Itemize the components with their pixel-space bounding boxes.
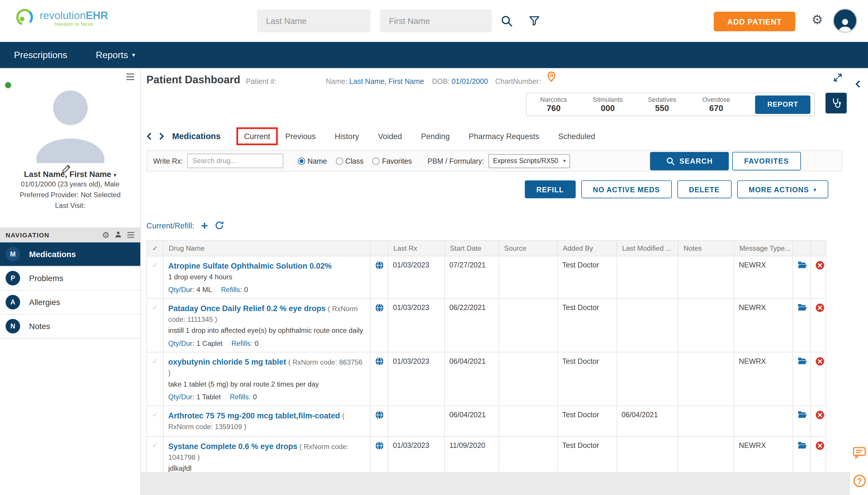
- chat-icon[interactable]: [853, 447, 866, 461]
- header-notes[interactable]: Notes: [678, 241, 734, 256]
- folder-icon[interactable]: [793, 298, 811, 352]
- sidebar-menu-icon[interactable]: [126, 72, 135, 83]
- folder-icon[interactable]: [793, 352, 811, 406]
- tab-scheduled[interactable]: Scheduled: [558, 132, 595, 140]
- drug-name-link[interactable]: Systane Complete 0.6 % eye drops ( RxNor…: [168, 442, 348, 461]
- nav-item-reports[interactable]: Reports▾: [96, 50, 135, 61]
- medication-row: ✓ Arthrotec 75 75 mg-200 mcg tablet,film…: [147, 406, 826, 436]
- eprescribe-globe-icon[interactable]: [370, 298, 388, 352]
- tab-history[interactable]: History: [335, 132, 359, 140]
- nav-settings-gear-icon[interactable]: ⚙: [102, 231, 110, 239]
- drug-search-button[interactable]: SEARCH: [650, 152, 729, 170]
- folder-icon[interactable]: [793, 406, 811, 436]
- drug-name-link[interactable]: Arthrotec 75 75 mg-200 mcg tablet,film-c…: [168, 411, 344, 431]
- nav-list-icon[interactable]: [127, 230, 135, 240]
- add-medication-icon[interactable]: +: [201, 221, 208, 230]
- current-refill-label: Current/Refill:: [146, 221, 194, 230]
- help-icon[interactable]: ?: [853, 475, 866, 487]
- last-rx-cell: 01/03/2023: [388, 256, 445, 299]
- stat-narcotics: Narcotics 760: [527, 96, 581, 113]
- pbm-formulary-select[interactable]: Express Scripts/RX50 ▾: [488, 154, 570, 168]
- radio-class[interactable]: Class: [336, 157, 364, 165]
- delete-row-icon[interactable]: [811, 256, 826, 299]
- drug-name-link[interactable]: Pataday Once Daily Relief 0.2 % eye drop…: [168, 304, 357, 324]
- location-pin-icon[interactable]: [547, 71, 555, 84]
- delete-row-icon[interactable]: [811, 298, 826, 352]
- sidebar-item-allergies[interactable]: A Allergies: [0, 290, 140, 314]
- collapse-panel-chevron-icon[interactable]: [855, 80, 860, 90]
- folder-icon[interactable]: [793, 256, 811, 299]
- current-refill-header: Current/Refill: +: [146, 221, 850, 230]
- filter-icon[interactable]: [529, 15, 540, 28]
- drug-search-input[interactable]: [187, 154, 284, 168]
- row-checkbox[interactable]: ✓: [147, 352, 164, 406]
- patient-photo-placeholder: [13, 87, 128, 163]
- expand-icon[interactable]: [833, 73, 842, 84]
- last-name-input[interactable]: [257, 10, 371, 32]
- nav-item-prescriptions[interactable]: Prescriptions: [14, 50, 67, 61]
- select-all-checkbox[interactable]: ✓: [147, 241, 164, 256]
- start-date-cell: 11/09/2020: [445, 437, 499, 490]
- edit-photo-icon[interactable]: [61, 164, 71, 176]
- no-active-meds-button[interactable]: NO ACTIVE MEDS: [581, 181, 672, 198]
- radio-unchecked-icon: [336, 157, 343, 165]
- sidebar-item-notes[interactable]: N Notes: [0, 314, 140, 339]
- eprescribe-globe-icon[interactable]: [370, 256, 388, 299]
- nav-person-icon[interactable]: [115, 230, 122, 240]
- radio-favorites[interactable]: Favorites: [372, 157, 412, 165]
- folder-icon[interactable]: [793, 437, 811, 490]
- tab-previous[interactable]: Previous: [285, 132, 316, 140]
- more-actions-button[interactable]: MORE ACTIONS▾: [737, 181, 828, 198]
- tab-voided[interactable]: Voided: [378, 132, 402, 140]
- tab-pending[interactable]: Pending: [421, 132, 450, 140]
- sidebar-item-problems[interactable]: P Problems: [0, 266, 140, 290]
- header-source[interactable]: Source: [499, 241, 557, 256]
- drug-name-link[interactable]: Atropine Sulfate Ophthalmic Solution 0.0…: [168, 261, 332, 270]
- tab-scroll-right-icon[interactable]: [160, 132, 164, 140]
- header-globe: [370, 241, 388, 256]
- primary-nav: Prescriptions Reports▾: [0, 42, 868, 68]
- header-added-by[interactable]: Added By: [557, 241, 617, 256]
- refill-button[interactable]: REFILL: [524, 181, 575, 198]
- drug-directions: instill 1 drop into affected eye(s) by o…: [168, 326, 365, 336]
- row-checkbox[interactable]: ✓: [147, 437, 164, 490]
- refresh-icon[interactable]: [215, 221, 224, 230]
- row-checkbox[interactable]: ✓: [147, 256, 164, 299]
- header-last-modified[interactable]: Last Modified ...: [617, 241, 678, 256]
- top-bar: revolutionEHR freedom to focus ADD PATIE…: [0, 0, 868, 42]
- tab-current[interactable]: Current: [244, 132, 270, 140]
- tab-section-medications[interactable]: Medications: [172, 131, 220, 141]
- search-icon[interactable]: [501, 15, 513, 29]
- header-drug-name[interactable]: Drug Name: [164, 241, 370, 256]
- report-button[interactable]: REPORT: [755, 95, 811, 114]
- added-by-cell: Test Doctor: [557, 406, 617, 436]
- stethoscope-button[interactable]: [825, 93, 847, 113]
- eprescribe-globe-icon[interactable]: [370, 352, 388, 406]
- eprescribe-globe-icon[interactable]: [370, 437, 388, 490]
- name-value-link[interactable]: Last Name, First Name: [349, 77, 424, 86]
- drug-name-link[interactable]: oxybutynin chloride 5 mg tablet ( RxNorm…: [168, 357, 362, 377]
- settings-gear-icon[interactable]: ⚙: [812, 13, 823, 26]
- add-patient-button[interactable]: ADD PATIENT: [714, 12, 795, 32]
- favorites-button[interactable]: FAVORITES: [732, 152, 801, 170]
- delete-row-icon[interactable]: [811, 437, 826, 490]
- delete-row-icon[interactable]: [811, 352, 826, 406]
- status-indicator-dot: [5, 82, 11, 88]
- dob-value-link[interactable]: 01/01/2000: [452, 77, 488, 86]
- eprescribe-globe-icon[interactable]: [370, 406, 388, 436]
- delete-row-icon[interactable]: [811, 406, 826, 436]
- header-start-date[interactable]: Start Date: [445, 241, 499, 256]
- first-name-input[interactable]: [380, 10, 492, 32]
- user-avatar[interactable]: [833, 8, 857, 33]
- tab-scroll-left-icon[interactable]: [146, 132, 151, 140]
- added-by-cell: Test Doctor: [557, 256, 617, 299]
- sidebar-item-medications[interactable]: M Medications: [0, 242, 140, 266]
- row-checkbox[interactable]: ✓: [147, 406, 164, 436]
- row-checkbox[interactable]: ✓: [147, 298, 164, 352]
- source-cell: [499, 256, 557, 299]
- header-last-rx[interactable]: Last Rx: [388, 241, 445, 256]
- header-message-type[interactable]: Message Type...: [734, 241, 793, 256]
- tab-pharmacy-requests[interactable]: Pharmacy Requests: [469, 132, 539, 140]
- radio-name[interactable]: Name: [298, 157, 327, 165]
- delete-button[interactable]: DELETE: [677, 181, 731, 198]
